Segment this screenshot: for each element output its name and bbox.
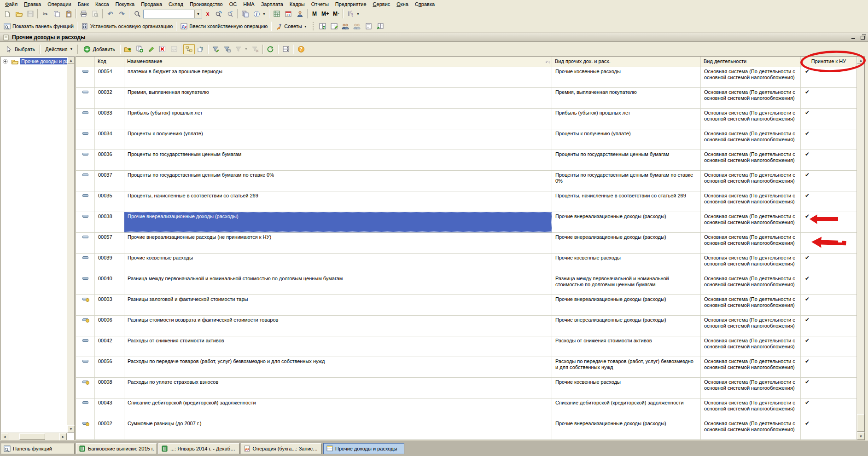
- user-button[interactable]: [294, 9, 306, 19]
- forward-button[interactable]: ↷: [116, 9, 128, 19]
- menu-item-0[interactable]: Файл: [2, 1, 21, 7]
- table-row[interactable]: 00008 Расходы по уплате страховых взносо…: [76, 378, 864, 398]
- edit-pencil-button[interactable]: [145, 44, 157, 54]
- users-alt-button[interactable]: [351, 21, 363, 31]
- taskbar-window-2[interactable]: ДкОперация (бухга...: Записан *: [241, 443, 322, 454]
- header-code[interactable]: Код: [95, 57, 124, 67]
- hierarchy-button[interactable]: [183, 44, 195, 54]
- search-input[interactable]: [144, 11, 194, 17]
- refresh-button[interactable]: [265, 44, 276, 54]
- filter-settings-button[interactable]: [221, 44, 233, 54]
- add-copy-button[interactable]: [134, 44, 145, 54]
- filter-sort-button[interactable]: [210, 44, 221, 54]
- restore-button[interactable]: [859, 34, 866, 40]
- menu-item-15[interactable]: Сервис: [370, 1, 394, 7]
- taskbar-window-3[interactable]: Прочие доходы и расходы: [323, 443, 404, 454]
- scroll-down-icon[interactable]: ▼: [857, 433, 865, 440]
- search-combobox[interactable]: ▼: [143, 10, 202, 18]
- button-M[interactable]: M: [309, 9, 320, 19]
- table-row[interactable]: 00054 платежи в бюджет за прошлые период…: [76, 67, 864, 88]
- table-row[interactable]: 00006 Разницы стоимости возврата и факти…: [76, 316, 864, 336]
- table-row[interactable]: 00040 Разница между первоначальной и ном…: [76, 274, 864, 295]
- back-button[interactable]: ↶: [105, 9, 116, 19]
- copy-button[interactable]: [51, 9, 63, 19]
- scroll-thumb[interactable]: [857, 414, 864, 432]
- tree-vertical-scrollbar[interactable]: ▲ ▼: [67, 57, 74, 433]
- scroll-down-icon[interactable]: ▼: [67, 425, 75, 433]
- copies-button[interactable]: [239, 9, 251, 19]
- scroll-thumb[interactable]: [19, 433, 45, 440]
- table-row[interactable]: 00035 Проценты, начисленные в соответств…: [76, 191, 864, 212]
- service-button-1[interactable]: Установить основную организацию: [79, 21, 175, 31]
- menu-item-5[interactable]: Покупка: [112, 1, 138, 7]
- taskbar-window-1[interactable]: ...: Январь 2014 г. - Декабр...: [158, 443, 239, 454]
- expand-plus-icon[interactable]: [1, 58, 9, 65]
- header-activity[interactable]: Вид деятельности: [701, 57, 801, 67]
- new-group-button[interactable]: +: [122, 44, 134, 54]
- menu-item-12[interactable]: Кадры: [286, 1, 308, 7]
- menu-item-7[interactable]: Склад: [165, 1, 186, 7]
- save-button[interactable]: [24, 9, 36, 19]
- cut-button[interactable]: ✂: [40, 9, 51, 19]
- info-button[interactable]: i▼: [251, 9, 268, 19]
- filter-history-button[interactable]: ▼: [233, 44, 250, 54]
- totals-button[interactable]: Σ: [317, 21, 328, 31]
- tree-horizontal-scrollbar[interactable]: ◄ ►: [1, 433, 67, 440]
- calculator-button[interactable]: [271, 9, 283, 19]
- menu-item-8[interactable]: Производство: [186, 1, 226, 7]
- function-panel-status-button[interactable]: Панель функций: [1, 443, 75, 454]
- scroll-up-icon[interactable]: ▲: [67, 57, 75, 64]
- header-name[interactable]: Наименование: [124, 57, 552, 67]
- menu-item-9[interactable]: ОС: [226, 1, 240, 7]
- menu-item-4[interactable]: Касса: [92, 1, 112, 7]
- minimize-button[interactable]: [850, 34, 857, 40]
- report-button[interactable]: [363, 21, 374, 31]
- menu-item-10[interactable]: НМА: [240, 1, 257, 7]
- menu-item-6[interactable]: Продажа: [138, 1, 165, 7]
- menu-item-1[interactable]: Правка: [21, 1, 44, 7]
- header-tax[interactable]: Принятие к НУ: [801, 57, 857, 67]
- menu-item-3[interactable]: Банк: [75, 1, 92, 7]
- table-row[interactable]: 00034 Проценты к получению (уплате) Проц…: [76, 129, 864, 150]
- table-row[interactable]: 00038 Прочие внереализационные доходы (р…: [76, 212, 864, 233]
- menu-item-14[interactable]: Предприятие: [332, 1, 370, 7]
- header-kind[interactable]: Вид прочих дох. и расх.: [552, 57, 701, 67]
- tools-button[interactable]: ▼: [345, 9, 361, 19]
- paste-button[interactable]: [63, 9, 74, 19]
- menu-item-2[interactable]: Операции: [44, 1, 74, 7]
- new-document-button[interactable]: [1, 9, 13, 19]
- scroll-left-icon[interactable]: ◄: [1, 433, 8, 440]
- table-row[interactable]: 00002 Суммовые разницы (до 2007 г.) Проч…: [76, 419, 864, 440]
- menu-item-11[interactable]: Зарплата: [258, 1, 286, 7]
- print-button[interactable]: [78, 9, 89, 19]
- chevron-down-icon[interactable]: ▼: [194, 10, 202, 18]
- help-button[interactable]: ?: [295, 44, 307, 54]
- find-next-button[interactable]: [213, 9, 224, 19]
- table-row[interactable]: 00037 Проценты по государственным ценным…: [76, 171, 864, 191]
- tree-item-root[interactable]: Прочие доходы и ра: [1, 57, 74, 66]
- scroll-right-icon[interactable]: ►: [59, 433, 67, 440]
- menu-item-17[interactable]: Справка: [412, 1, 438, 7]
- find-button[interactable]: [131, 9, 143, 19]
- parent-level-button[interactable]: [195, 44, 206, 54]
- table-row[interactable]: 00032 Премия, выплаченная покупателю Пре…: [76, 88, 864, 109]
- delete-button[interactable]: [157, 44, 168, 54]
- table-import-button[interactable]: [374, 21, 386, 31]
- service-button-2[interactable]: ДкВвести хозяйственную операцию: [178, 21, 269, 31]
- print-preview-button[interactable]: [89, 9, 101, 19]
- table-row[interactable]: 00057 Прочие внереализационные расходы (…: [76, 233, 864, 254]
- select-button[interactable]: Выбрать: [2, 44, 38, 54]
- menu-item-13[interactable]: Отчеты: [308, 1, 332, 7]
- scroll-up-icon[interactable]: ▲: [857, 57, 865, 64]
- button-M+[interactable]: M+: [320, 9, 331, 19]
- deletion-mark-button[interactable]: док: [168, 44, 180, 54]
- table-row[interactable]: 00043 Списание дебиторской (кредиторской…: [76, 398, 864, 419]
- clear-filter-button[interactable]: [250, 44, 261, 54]
- table-row[interactable]: 00033 Прибыль (убыток) прошлых лет Прибы…: [76, 109, 864, 129]
- table-row[interactable]: 00003 Разницы залоговой и фактической ст…: [76, 295, 864, 316]
- find-settings-button[interactable]: [224, 9, 236, 19]
- taskbar-window-0[interactable]: Банковские выписки: 2015 г.: [76, 443, 157, 454]
- table-row[interactable]: 00039 Прочие косвенные расходы Прочие ко…: [76, 254, 864, 274]
- clear-search-button[interactable]: x: [203, 9, 213, 19]
- service-button-0[interactable]: Показать панель функций: [1, 21, 76, 31]
